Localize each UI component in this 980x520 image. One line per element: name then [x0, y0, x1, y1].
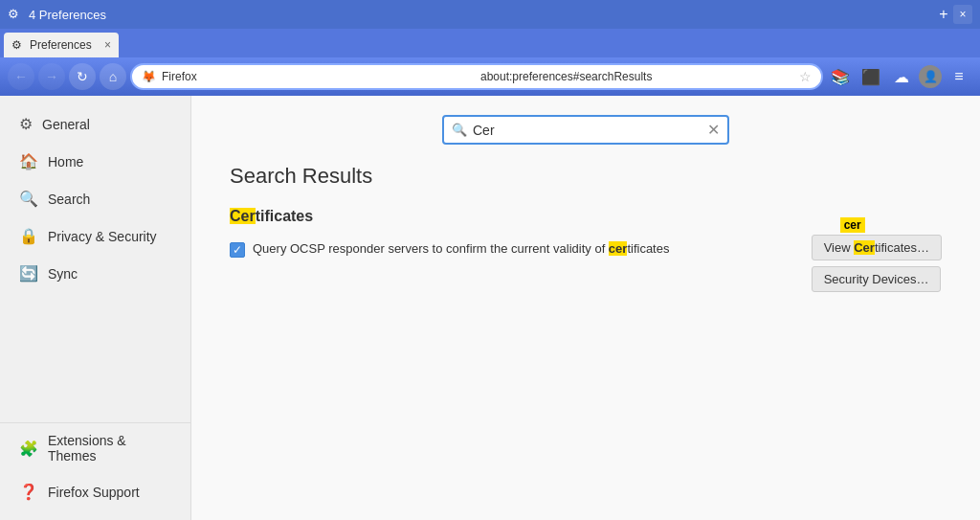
title-bar-favicon: ⚙ — [8, 7, 23, 22]
sync-nav-icon: 🔄 — [19, 264, 38, 283]
sidebar-item-home[interactable]: 🏠 Home — [0, 143, 190, 180]
close-window-button[interactable]: × — [953, 5, 972, 24]
view-cer-highlight: Cer — [854, 240, 875, 255]
nav-toolbar-icons: 📚 ⬛ ☁ 👤 ≡ — [827, 63, 972, 90]
title-bar: ⚙ 4 Preferences + × — [0, 0, 980, 29]
ocsp-checkbox-label: Query OCSP responder servers to confirm … — [253, 240, 669, 258]
tab-bar: ⚙ Preferences × — [0, 29, 980, 57]
search-magnifier-icon: 🔍 — [452, 123, 467, 137]
tab-close-button[interactable]: × — [104, 38, 111, 52]
address-bar[interactable]: 🦊 Firefox about:preferences#searchResult… — [130, 63, 823, 90]
cer-tooltip: cer — [840, 217, 865, 233]
sidebar-item-support[interactable]: ❓ Firefox Support — [0, 473, 190, 510]
sidebar-item-search-label: Search — [48, 192, 90, 207]
certificates-section-title: Certificates — [230, 208, 942, 225]
address-favicon: 🦊 — [142, 70, 156, 83]
preferences-tab[interactable]: ⚙ Preferences × — [4, 33, 119, 57]
ocsp-checkbox-row: ✓ Query OCSP responder servers to confir… — [230, 240, 792, 258]
search-clear-button[interactable]: ✕ — [707, 121, 720, 139]
refresh-button[interactable]: ↻ — [69, 63, 96, 90]
certificates-left: ✓ Query OCSP responder servers to confir… — [230, 235, 792, 258]
support-icon: ❓ — [19, 483, 38, 501]
security-devices-button[interactable]: Security Devices… — [812, 266, 942, 292]
user-avatar[interactable]: 👤 — [919, 65, 942, 88]
home-button[interactable]: ⌂ — [100, 63, 126, 90]
sidebar-item-privacy[interactable]: 🔒 Privacy & Security — [0, 217, 190, 255]
sync-icon[interactable]: ☁ — [888, 63, 915, 90]
certificates-title-highlight: Cer — [230, 208, 256, 224]
home-icon: 🏠 — [19, 152, 38, 170]
tab-label: Preferences — [30, 38, 100, 52]
search-results-title: Search Results — [230, 164, 942, 189]
privacy-icon: 🔒 — [19, 227, 38, 245]
main-content: 🔍 ✕ Search Results Certificates ✓ — [191, 96, 980, 520]
sidebar-item-privacy-label: Privacy & Security — [48, 229, 157, 244]
sidebar-item-support-label: Firefox Support — [48, 485, 140, 500]
general-icon: ⚙ — [19, 115, 33, 133]
search-container: 🔍 ✕ — [230, 115, 942, 145]
certificates-title-suffix: tificates — [256, 208, 313, 224]
page-content: ⚙ General 🏠 Home 🔍 Search 🔒 Privacy & Se… — [0, 96, 980, 520]
ocsp-checkbox[interactable]: ✓ — [230, 242, 245, 258]
title-bar-title: 4 Preferences — [29, 8, 926, 22]
sidebar-item-extensions-label: Extensions & Themes — [48, 433, 171, 463]
back-button[interactable]: ← — [8, 63, 34, 90]
sidebar-icon[interactable]: ⬛ — [858, 63, 884, 90]
nav-bar: ← → ↻ ⌂ 🦊 Firefox about:preferences#sear… — [0, 57, 980, 96]
forward-button[interactable]: → — [38, 63, 65, 90]
bookmark-star-icon[interactable]: ☆ — [799, 69, 812, 84]
sidebar-item-sync[interactable]: 🔄 Sync — [0, 255, 190, 292]
ocsp-highlight: cer — [609, 241, 628, 256]
address-brand: Firefox — [162, 70, 475, 83]
sidebar-item-extensions[interactable]: 🧩 Extensions & Themes — [0, 423, 190, 473]
certificates-section: Certificates ✓ Query OCSP responder serv… — [230, 208, 942, 292]
menu-icon[interactable]: ≡ — [946, 63, 972, 90]
sidebar-item-general-label: General — [42, 117, 90, 132]
sidebar-item-home-label: Home — [48, 154, 83, 170]
extensions-icon: 🧩 — [19, 440, 38, 458]
search-box[interactable]: 🔍 ✕ — [442, 115, 729, 145]
certificates-right: cer View Certificates… Security Devices… — [812, 235, 942, 292]
library-icon[interactable]: 📚 — [827, 63, 854, 90]
address-url: about:preferences#searchResults — [480, 70, 793, 83]
new-tab-button[interactable]: + — [934, 5, 953, 24]
tab-favicon: ⚙ — [11, 38, 25, 52]
sidebar-item-sync-label: Sync — [48, 266, 78, 282]
certificates-row: ✓ Query OCSP responder servers to confir… — [230, 235, 942, 292]
preferences-search-input[interactable] — [473, 123, 702, 138]
sidebar: ⚙ General 🏠 Home 🔍 Search 🔒 Privacy & Se… — [0, 96, 191, 520]
sidebar-item-search[interactable]: 🔍 Search — [0, 180, 190, 217]
sidebar-item-general[interactable]: ⚙ General — [0, 105, 190, 143]
sidebar-bottom: 🧩 Extensions & Themes ❓ Firefox Support — [0, 422, 190, 510]
search-icon: 🔍 — [19, 190, 38, 208]
view-certificates-button[interactable]: View Certificates… — [812, 235, 942, 260]
